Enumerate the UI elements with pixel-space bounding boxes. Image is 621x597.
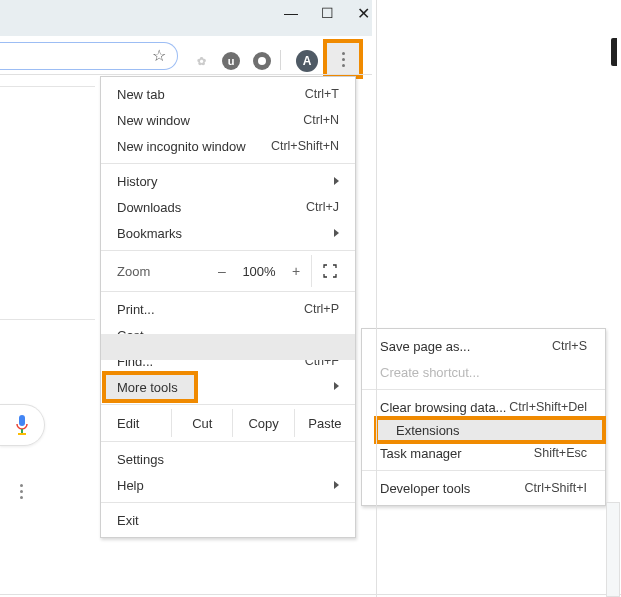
menu-label: New window — [117, 113, 303, 128]
menu-label: Print... — [117, 302, 304, 317]
shortcut-text: Ctrl+P — [304, 302, 339, 316]
bookmark-star-icon[interactable]: ☆ — [152, 46, 166, 65]
window-minimize-button[interactable]: — — [283, 5, 299, 21]
background-window-edge — [611, 38, 617, 66]
menu-item-help[interactable]: Help — [101, 472, 355, 498]
page-divider — [0, 319, 95, 320]
shortcut-text: Ctrl+Shift+I — [524, 481, 587, 495]
shortcut-text: Ctrl+N — [303, 113, 339, 127]
shortcut-text: Shift+Esc — [534, 446, 587, 460]
menu-divider — [101, 404, 355, 405]
menu-label: New incognito window — [117, 139, 271, 154]
menu-item-downloads[interactable]: Downloads Ctrl+J — [101, 194, 355, 220]
svg-rect-0 — [19, 415, 25, 426]
menu-label: More tools — [117, 380, 179, 395]
toolbar-separator — [280, 50, 281, 70]
extension-icon-ublock[interactable]: u — [222, 52, 240, 70]
submenu-arrow-icon — [334, 481, 339, 489]
svg-rect-2 — [18, 433, 26, 435]
extension-icon-circle[interactable] — [253, 52, 271, 70]
chrome-menu-button[interactable] — [326, 42, 360, 76]
submenu-item-save-page[interactable]: Save page as... Ctrl+S — [362, 333, 605, 359]
submenu-item-create-shortcut: Create shortcut... — [362, 359, 605, 385]
edit-label: Edit — [101, 409, 171, 437]
menu-label: Create shortcut... — [380, 365, 587, 380]
background-window-corner — [606, 502, 620, 597]
shortcut-text: Ctrl+Shift+N — [271, 139, 339, 153]
menu-label: Developer tools — [380, 481, 524, 496]
fullscreen-button[interactable] — [311, 255, 347, 287]
zoom-label: Zoom — [117, 264, 207, 279]
shortcut-text: Ctrl+T — [305, 87, 339, 101]
browser-edge — [376, 0, 377, 597]
submenu-arrow-icon — [334, 177, 339, 185]
menu-divider — [101, 291, 355, 292]
edit-cut-button[interactable]: Cut — [171, 409, 232, 437]
menu-item-bookmarks[interactable]: Bookmarks — [101, 220, 355, 246]
profile-avatar[interactable]: A — [296, 50, 318, 72]
submenu-item-task-manager[interactable]: Task manager Shift+Esc — [362, 440, 605, 466]
shortcut-text: Ctrl+Shift+Del — [509, 400, 587, 414]
extension-icon-1[interactable]: ✿ — [192, 52, 210, 70]
microphone-icon — [14, 415, 30, 435]
window-maximize-button[interactable]: ☐ — [319, 5, 335, 21]
menu-item-history[interactable]: History — [101, 168, 355, 194]
menu-edit-row: Edit Cut Copy Paste — [101, 409, 355, 437]
menu-label: Extensions — [396, 423, 584, 438]
menu-item-settings[interactable]: Settings — [101, 446, 355, 472]
svg-rect-1 — [21, 429, 23, 433]
menu-zoom-row: Zoom – 100% + — [101, 255, 355, 287]
three-dots-icon — [342, 52, 345, 67]
menu-label: Bookmarks — [117, 226, 334, 241]
window-close-button[interactable]: ✕ — [355, 5, 371, 21]
zoom-value: 100% — [237, 264, 281, 279]
menu-label: Settings — [117, 452, 339, 467]
menu-label: Exit — [117, 513, 339, 528]
menu-item-new-incognito[interactable]: New incognito window Ctrl+Shift+N — [101, 133, 355, 159]
menu-item-new-window[interactable]: New window Ctrl+N — [101, 107, 355, 133]
menu-item-more-tools[interactable]: More tools — [105, 374, 195, 400]
menu-item-new-tab[interactable]: New tab Ctrl+T — [101, 81, 355, 107]
chrome-main-menu: New tab Ctrl+T New window Ctrl+N New inc… — [100, 76, 356, 538]
edit-paste-button[interactable]: Paste — [294, 409, 355, 437]
menu-item-exit[interactable]: Exit — [101, 507, 355, 533]
menu-label: History — [117, 174, 334, 189]
menu-divider — [101, 250, 355, 251]
menu-label: Clear browsing data... — [380, 400, 509, 415]
fullscreen-icon — [323, 264, 337, 278]
menu-label: Downloads — [117, 200, 306, 215]
menu-divider — [362, 470, 605, 471]
menu-divider — [101, 441, 355, 442]
menu-item-print[interactable]: Print... Ctrl+P — [101, 296, 355, 322]
submenu-item-developer-tools[interactable]: Developer tools Ctrl+Shift+I — [362, 475, 605, 501]
voice-search-button[interactable] — [0, 404, 45, 446]
browser-edge — [0, 594, 621, 595]
page-divider — [0, 86, 95, 87]
shortcut-text: Ctrl+J — [306, 200, 339, 214]
menu-label: Task manager — [380, 446, 534, 461]
edit-copy-button[interactable]: Copy — [232, 409, 293, 437]
shortcut-text: Ctrl+S — [552, 339, 587, 353]
zoom-in-button[interactable]: + — [281, 263, 311, 279]
submenu-arrow-icon — [334, 382, 339, 390]
menu-divider — [362, 389, 605, 390]
zoom-out-button[interactable]: – — [207, 263, 237, 279]
menu-label: Save page as... — [380, 339, 552, 354]
toolbar-border — [0, 74, 372, 75]
menu-label: New tab — [117, 87, 305, 102]
menu-divider — [101, 163, 355, 164]
more-tools-submenu: Save page as... Ctrl+S Create shortcut..… — [361, 328, 606, 506]
submenu-arrow-icon — [334, 229, 339, 237]
page-menu-button[interactable] — [20, 484, 23, 499]
menu-divider — [101, 502, 355, 503]
menu-label: Help — [117, 478, 334, 493]
